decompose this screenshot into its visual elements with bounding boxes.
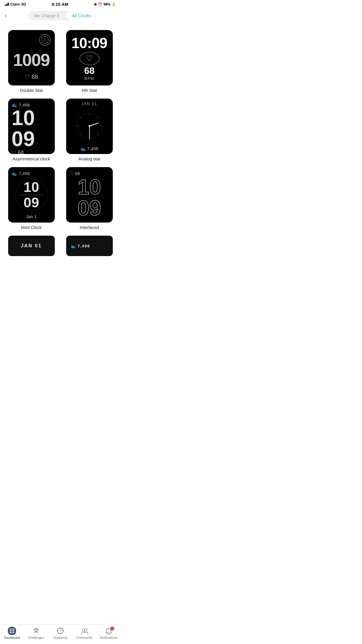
mod-center: 1009: [20, 176, 43, 214]
analog-clock-svg: [72, 106, 107, 146]
network-label: 3G: [21, 2, 26, 6]
status-left: Claro 3G: [5, 2, 26, 6]
nav-toggle: My Charge 3 All Clocks: [28, 11, 98, 20]
asym-face: 👟 7,498 1009 ♡ 68: [8, 99, 55, 154]
tab-all-clocks[interactable]: All Clocks: [66, 11, 98, 20]
heart-icon: ♡: [24, 73, 30, 80]
partial-date-label: JAN 01: [21, 243, 42, 249]
partial-steps-label: 7,498: [78, 244, 90, 248]
clock-item-partial-1[interactable]: JAN 01: [5, 236, 58, 256]
heart-icon: ♡: [12, 149, 16, 154]
heart-icon: ♡: [70, 171, 73, 176]
clock-item-double-stat[interactable]: 1009 ♡ 68 Double Stat: [5, 30, 58, 93]
mod-time: 1009: [20, 180, 43, 210]
mod-date: Jan 1: [26, 214, 37, 219]
lock-icon: ⊕: [94, 2, 97, 6]
asym-hr: ♡ 68: [12, 149, 24, 154]
analog-steps: 👟 7,498: [80, 146, 98, 151]
steps-icon: 👟: [80, 146, 86, 151]
svg-line-10: [97, 133, 99, 135]
hr-bpm-block: 68 BPM: [84, 65, 95, 81]
partial-face-1: JAN 01: [8, 236, 55, 256]
hr-circle: ♡: [79, 52, 100, 65]
battery-icon: 🔋: [112, 2, 116, 6]
asym-time: 1009: [12, 107, 35, 149]
circle-indicator: [39, 34, 51, 46]
double-stat-time: 1009: [13, 51, 50, 69]
clock-item-hr-stat[interactable]: 10:09 ♡ 68 BPM HR Stat: [63, 30, 116, 93]
hr-heart-icon: ♡: [86, 54, 93, 63]
double-stat-hr: ♡ 68: [24, 73, 38, 80]
hr-bpm-label: BPM: [84, 76, 95, 81]
interlaced-face: ♡ 68 1009: [66, 167, 113, 223]
clock-item-interlaced[interactable]: ♡ 68 1009 Interlaced: [63, 167, 116, 230]
mod-face: 👟 7,498 1009 Jan 1: [8, 167, 55, 223]
steps-icon: 👟: [12, 171, 17, 176]
hr-stat-time: 10:09: [71, 35, 107, 52]
status-right: ⊕ ⏰ 96% 🔋: [94, 2, 116, 6]
clock-item-analog-stat[interactable]: JAN 01: [63, 99, 116, 161]
svg-point-14: [89, 125, 90, 127]
battery-label: 96%: [103, 2, 110, 6]
interlaced-time: 1009: [78, 176, 101, 218]
clock-item-mod-clock[interactable]: 👟 7,498 1009 Jan 1 Mod Clock: [5, 167, 58, 230]
hr-stat-label: HR Stat: [82, 88, 97, 93]
svg-line-12: [89, 123, 98, 126]
mod-clock-label: Mod Clock: [21, 225, 42, 230]
header-nav: ‹ My Charge 3 All Clocks: [0, 8, 121, 24]
analog-face: JAN 01: [66, 99, 113, 154]
hr-stat-face: 10:09 ♡ 68 BPM: [66, 30, 113, 85]
svg-line-8: [97, 117, 99, 119]
hr-bpm-num: 68: [84, 65, 95, 76]
carrier-label: Claro: [10, 2, 20, 6]
status-bar: Claro 3G 5:15 AM ⊕ ⏰ 96% 🔋: [0, 0, 121, 8]
clock-item-asymmetrical[interactable]: 👟 7,498 1009 ♡ 68 Asymmetrical clock: [5, 99, 58, 161]
analog-date: JAN 01: [81, 102, 97, 106]
mod-steps: 👟 7,498: [12, 171, 30, 176]
svg-line-11: [80, 133, 82, 135]
partial-face-2: 👟 7,498: [66, 236, 113, 256]
svg-line-9: [80, 117, 82, 119]
analog-stat-label: Analog stat: [78, 156, 100, 161]
asymmetrical-label: Asymmetrical clock: [13, 156, 50, 161]
double-stat-label: Double Stat: [20, 88, 43, 93]
status-time: 5:15 AM: [52, 2, 68, 7]
steps-icon-small: 👟: [71, 244, 76, 248]
signal-bars: [5, 3, 9, 6]
alarm-icon: ⏰: [98, 2, 102, 6]
svg-point-1: [44, 39, 46, 41]
back-button[interactable]: ‹: [5, 12, 9, 20]
interlaced-label: Interlaced: [80, 225, 99, 230]
tab-my-charge-3[interactable]: My Charge 3: [28, 11, 66, 20]
clock-item-partial-2[interactable]: 👟 7,498: [63, 236, 116, 256]
clock-grid: 1009 ♡ 68 Double Stat 10:09 ♡ 68 BPM HR …: [0, 24, 121, 285]
double-stat-face: 1009 ♡ 68: [8, 30, 55, 85]
